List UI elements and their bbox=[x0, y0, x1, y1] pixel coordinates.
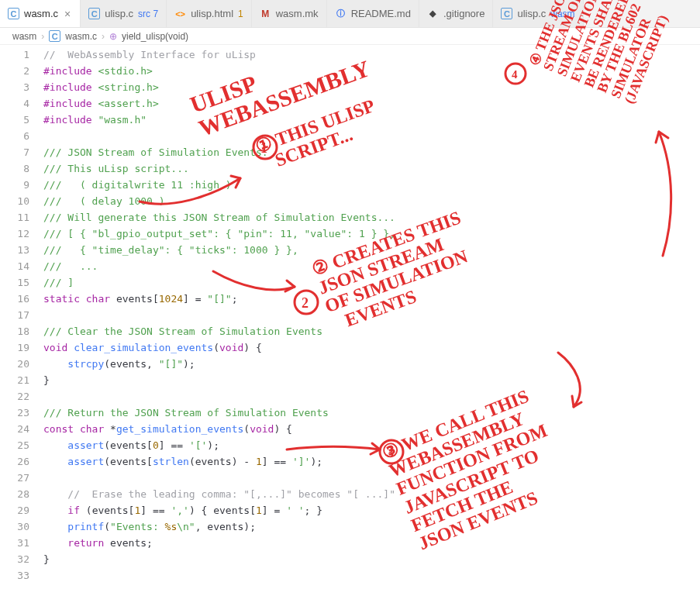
code-line[interactable]: if (events[1] == ',') { events[1] = ' ';… bbox=[43, 502, 700, 518]
function-icon: ⊕ bbox=[109, 31, 117, 42]
code-line[interactable]: /// ] bbox=[43, 274, 700, 291]
line-number: 20 bbox=[0, 356, 43, 372]
tab-ulisp-html[interactable]: <>ulisp.html1 bbox=[167, 0, 252, 28]
code-line[interactable]: /// Will generate this JSON Stream of Si… bbox=[43, 209, 700, 226]
file-icon: ◆ bbox=[427, 8, 439, 19]
code-line[interactable]: // WebAssembly Interface for uLisp bbox=[43, 46, 700, 63]
line-number: 8 bbox=[0, 160, 43, 177]
code-line[interactable]: printf("Events: %s\n", events); bbox=[43, 518, 700, 535]
code-line[interactable]: void clear_simulation_events(void) { bbox=[43, 339, 700, 356]
code-line[interactable]: /// This uLisp script... bbox=[43, 160, 700, 177]
line-number: 27 bbox=[0, 470, 43, 486]
file-icon: <> bbox=[174, 8, 186, 19]
line-number: 19 bbox=[0, 339, 43, 356]
code-line[interactable]: /// { "time_delay": { "ticks": 1000 } }, bbox=[43, 242, 700, 258]
line-number: 22 bbox=[0, 388, 43, 405]
code-line[interactable]: #include <stdio.h> bbox=[43, 63, 700, 79]
line-number: 16 bbox=[0, 291, 43, 307]
line-number: 9 bbox=[0, 177, 43, 193]
line-number: 14 bbox=[0, 258, 43, 274]
code-line[interactable]: /// Clear the JSON Stream of Simulation … bbox=[43, 323, 700, 339]
code-line[interactable] bbox=[43, 567, 700, 584]
breadcrumb: wasm › C wasm.c › ⊕ yield_ulisp(void) bbox=[0, 28, 700, 45]
file-icon: M bbox=[260, 8, 271, 19]
tab-README-md[interactable]: ⓘREADME.md bbox=[327, 0, 419, 28]
breadcrumb-file[interactable]: wasm.c bbox=[65, 31, 97, 42]
editor-pane[interactable]: 1234567891011121314151617181920212223242… bbox=[0, 45, 700, 589]
code-line[interactable] bbox=[43, 470, 700, 486]
c-file-icon: C bbox=[49, 30, 60, 42]
line-number: 12 bbox=[0, 226, 43, 242]
tab-label: wasm.mk bbox=[276, 8, 319, 19]
close-icon[interactable]: × bbox=[63, 8, 72, 20]
code-line[interactable]: /// Return the JSON Stream of Simulation… bbox=[43, 405, 700, 421]
code-line[interactable]: /// JSON Stream of Simulation Events: bbox=[43, 144, 700, 160]
chevron-right-icon: › bbox=[102, 31, 105, 42]
code-line[interactable]: } bbox=[43, 551, 700, 567]
chevron-right-icon: › bbox=[41, 31, 44, 42]
line-number: 11 bbox=[0, 209, 43, 226]
tab-badge: 1 bbox=[238, 9, 243, 19]
code-line[interactable]: const char *get_simulation_events(void) … bbox=[43, 421, 700, 437]
line-number: 32 bbox=[0, 551, 43, 567]
tab-label: ulisp.c bbox=[105, 8, 133, 19]
tab-label: ulisp.html bbox=[191, 8, 233, 19]
code-line[interactable]: #include <assert.h> bbox=[43, 95, 700, 112]
breadcrumb-folder[interactable]: wasm bbox=[12, 31, 36, 42]
file-icon: C bbox=[88, 8, 100, 19]
code-line[interactable] bbox=[43, 388, 700, 405]
tab-ulisp-c[interactable]: Culisp.csrc 7 bbox=[81, 0, 167, 28]
line-number: 7 bbox=[0, 144, 43, 160]
line-number: 25 bbox=[0, 437, 43, 453]
line-number-gutter: 1234567891011121314151617181920212223242… bbox=[0, 45, 43, 589]
tab-badge: wasm bbox=[550, 9, 574, 19]
code-line[interactable]: } bbox=[43, 372, 700, 388]
tab-wasm-mk[interactable]: Mwasm.mk bbox=[252, 0, 327, 28]
code-area[interactable]: // WebAssembly Interface for uLisp#inclu… bbox=[43, 45, 700, 589]
line-number: 13 bbox=[0, 242, 43, 258]
code-line[interactable]: static char events[1024] = "[]"; bbox=[43, 291, 700, 307]
line-number: 3 bbox=[0, 79, 43, 95]
file-icon: C bbox=[8, 8, 19, 19]
line-number: 23 bbox=[0, 405, 43, 421]
file-icon: ⓘ bbox=[335, 8, 347, 19]
tab-label: wasm.c bbox=[24, 8, 58, 19]
code-line[interactable]: strcpy(events, "[]"); bbox=[43, 356, 700, 372]
code-line[interactable]: assert(events[0] == '['); bbox=[43, 437, 700, 453]
line-number: 10 bbox=[0, 193, 43, 209]
line-number: 4 bbox=[0, 95, 43, 112]
tab-bar: Cwasm.c×Culisp.csrc 7<>ulisp.html1Mwasm.… bbox=[0, 0, 700, 28]
code-line[interactable] bbox=[43, 128, 700, 144]
breadcrumb-symbol[interactable]: yield_ulisp(void) bbox=[122, 31, 188, 42]
code-line[interactable]: /// ( digitalwrite 11 :high ) bbox=[43, 177, 700, 193]
line-number: 33 bbox=[0, 567, 43, 584]
line-number: 2 bbox=[0, 63, 43, 79]
line-number: 1 bbox=[0, 46, 43, 63]
line-number: 28 bbox=[0, 486, 43, 502]
line-number: 26 bbox=[0, 453, 43, 470]
code-line[interactable]: return events; bbox=[43, 535, 700, 551]
line-number: 15 bbox=[0, 274, 43, 291]
tab-label: .gitignore bbox=[443, 8, 484, 19]
code-line[interactable]: /// [ { "bl_gpio_output_set": { "pin": 1… bbox=[43, 226, 700, 242]
tab-badge: src 7 bbox=[138, 9, 158, 19]
code-line[interactable] bbox=[43, 307, 700, 323]
code-line[interactable]: /// ... bbox=[43, 258, 700, 274]
tab-ulisp-c[interactable]: Culisp.cwasm bbox=[493, 0, 583, 28]
tab--gitignore[interactable]: ◆.gitignore bbox=[419, 0, 493, 28]
line-number: 30 bbox=[0, 518, 43, 535]
line-number: 5 bbox=[0, 112, 43, 128]
line-number: 6 bbox=[0, 128, 43, 144]
tab-label: README.md bbox=[351, 8, 411, 19]
line-number: 31 bbox=[0, 535, 43, 551]
line-number: 24 bbox=[0, 421, 43, 437]
tab-wasm-c[interactable]: Cwasm.c× bbox=[0, 0, 81, 28]
line-number: 29 bbox=[0, 502, 43, 518]
code-line[interactable]: #include "wasm.h" bbox=[43, 112, 700, 128]
code-line[interactable]: /// ( delay 1000 ) bbox=[43, 193, 700, 209]
code-line[interactable]: #include <string.h> bbox=[43, 79, 700, 95]
code-line[interactable]: // Erase the leading comma: "[,...]" bec… bbox=[43, 486, 700, 502]
file-icon: C bbox=[501, 8, 512, 19]
code-line[interactable]: assert(events[strlen(events) - 1] == ']'… bbox=[43, 453, 700, 470]
line-number: 21 bbox=[0, 372, 43, 388]
